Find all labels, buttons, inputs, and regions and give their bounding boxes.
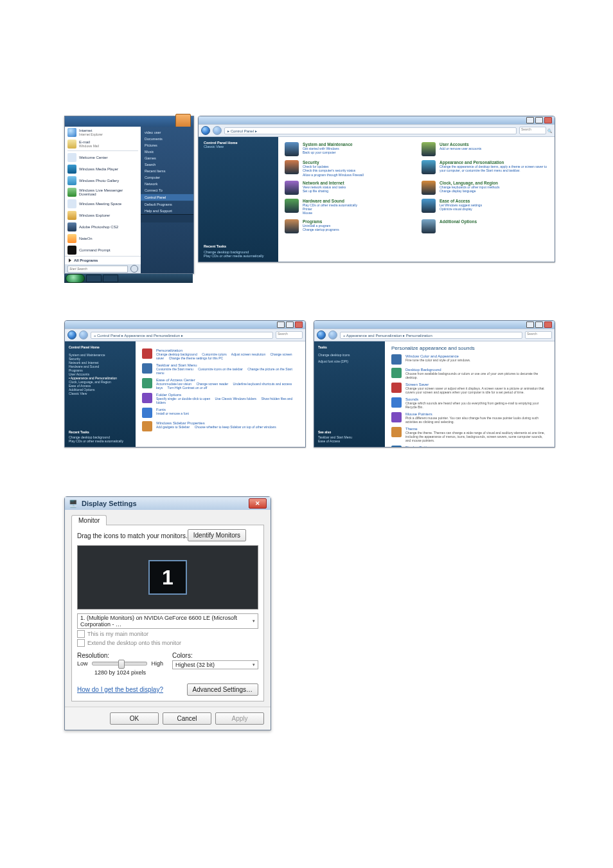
group-link[interactable]: Turn High Contrast on or off (168, 386, 208, 390)
close-button[interactable]: ✕ (249, 498, 267, 509)
category-heading[interactable]: Additional Options (440, 219, 477, 224)
right-item[interactable]: Connect To (141, 187, 193, 194)
all-programs[interactable]: All Programs (65, 256, 141, 264)
right-item[interactable]: Games (141, 155, 193, 161)
category-heading[interactable]: Security (303, 160, 364, 165)
nav-back-icon[interactable] (317, 330, 326, 339)
right-item[interactable]: Documents (141, 136, 193, 142)
recent-item[interactable]: Adobe Photoshop CS2 (65, 221, 141, 233)
search-input[interactable]: Search (525, 331, 552, 339)
right-item[interactable]: Computer (141, 174, 193, 181)
group-link[interactable]: Change the theme settings for this PC (169, 356, 224, 360)
category-heading[interactable]: Programs (303, 219, 339, 224)
nav-forward-icon[interactable] (328, 330, 337, 339)
apply-button[interactable]: Apply (215, 712, 264, 725)
category-heading[interactable]: Appearance and Personalization (440, 160, 548, 165)
category-security[interactable]: SecurityCheck for updatesCheck this comp… (285, 160, 411, 177)
minimize-button[interactable] (526, 321, 534, 328)
category-link[interactable]: Change display language (440, 189, 499, 193)
option-window-color-and-appearance[interactable]: Window Color and AppearanceFine tune the… (391, 354, 548, 365)
category-link[interactable]: Change the appearance of desktop items, … (440, 165, 548, 173)
category-link[interactable]: Optimize visual display (440, 207, 482, 211)
advanced-settings-button[interactable]: Advanced Settings… (187, 683, 258, 696)
category-link[interactable]: Back up your computer (303, 150, 353, 154)
help-link[interactable]: How do I get the best display? (77, 686, 163, 693)
pinned-internet[interactable]: InternetInternet Explorer (65, 127, 141, 138)
category-heading[interactable]: System and Maintenance (303, 142, 353, 147)
category-ease-of-access[interactable]: Ease of AccessLet Windows suggest settin… (422, 199, 548, 215)
option-desktop-background[interactable]: Desktop BackgroundChoose from available … (391, 368, 548, 379)
group-link[interactable]: Customize icons on the taskbar (198, 367, 243, 371)
right-item-control-panel[interactable]: Control Panel (141, 194, 193, 201)
group-link[interactable]: Install or remove a font (156, 411, 189, 415)
breadcrumb[interactable]: « Appearance and Personalization ▸ Perso… (340, 332, 522, 339)
category-link[interactable]: Allow a program through Windows Firewall (303, 173, 364, 177)
window-titlebar[interactable] (65, 321, 305, 329)
taskbar-app[interactable] (103, 275, 118, 282)
recent-item[interactable]: Welcome Center (65, 152, 141, 163)
task-change-desktop-icons[interactable]: Change desktop icons (318, 353, 381, 357)
category-programs[interactable]: ProgramsUninstall a programChange startu… (285, 219, 411, 233)
category-link[interactable]: Change startup programs (303, 228, 339, 231)
close-button[interactable] (544, 321, 552, 328)
right-item[interactable]: Music (141, 149, 193, 155)
minimize-button[interactable] (277, 321, 285, 328)
window-titlebar[interactable] (314, 321, 555, 329)
sidebar-home[interactable]: Control Panel Home (69, 345, 132, 349)
right-item[interactable]: Network (141, 181, 193, 187)
category-link[interactable]: Check this computer's security status (303, 168, 364, 172)
option-sounds[interactable]: SoundsChange which sounds are heard when… (391, 397, 548, 409)
category-heading[interactable]: Clock, Language, and Region (440, 181, 499, 185)
maximize-button[interactable] (535, 117, 543, 123)
category-link[interactable]: Mouse (303, 211, 357, 215)
resolution-slider[interactable]: Low High (77, 660, 163, 667)
recent-item[interactable]: Windows Meeting Space (65, 198, 141, 210)
nav-forward-icon[interactable] (213, 126, 222, 135)
recent-item[interactable]: Windows Explorer (65, 210, 141, 221)
right-item[interactable]: Recent Items (141, 168, 193, 174)
maximize-button[interactable] (535, 321, 543, 328)
identify-monitors-button[interactable]: Identify Monitors (188, 529, 246, 541)
recent-task[interactable]: Play CDs or other media automatically (69, 439, 132, 443)
slider-track[interactable] (92, 662, 148, 665)
group-link[interactable]: Choose whether to keep Sidebar on top of… (195, 425, 276, 429)
start-search-input[interactable] (67, 266, 128, 273)
option-display-settings[interactable]: Display SettingsAdjust your monitor reso… (391, 446, 548, 447)
category-heading[interactable]: User Accounts (440, 142, 481, 147)
recent-item[interactable]: Windows Live Messenger Download (65, 186, 141, 198)
option-heading[interactable]: Display Settings (405, 446, 548, 447)
option-mouse-pointers[interactable]: Mouse PointersPick a different mouse poi… (391, 412, 548, 424)
nav-back-icon[interactable] (201, 126, 210, 135)
window-titlebar[interactable] (199, 116, 555, 124)
option-screen-saver[interactable]: Screen SaverChange your screen saver or … (391, 383, 548, 394)
nav-back-icon[interactable] (67, 330, 76, 339)
monitor-1[interactable]: 1 (148, 560, 187, 595)
category-hardware-and-sound[interactable]: Hardware and SoundPlay CDs or other medi… (285, 199, 411, 215)
recent-task[interactable]: Play CDs or other media automatically (204, 254, 273, 258)
cancel-button[interactable]: Cancel (163, 712, 211, 725)
slider-thumb[interactable] (118, 660, 125, 669)
color-depth-select[interactable]: Highest (32 bit)▾ (172, 660, 258, 669)
maximize-button[interactable] (286, 321, 294, 328)
category-user-accounts[interactable]: User AccountsAdd or remove user accounts (422, 142, 548, 156)
breadcrumb[interactable]: « Control Panel ▸ Appearance and Persona… (91, 332, 273, 339)
recent-item[interactable]: Windows Media Player (65, 163, 141, 175)
option-theme[interactable]: ThemeChange the theme. Themes can change… (391, 427, 548, 442)
close-button[interactable] (544, 117, 552, 123)
minimize-button[interactable] (526, 117, 534, 123)
group-link[interactable]: Adjust screen resolution (231, 352, 265, 356)
category-link[interactable]: Set up file sharing (303, 189, 346, 193)
start-button[interactable] (66, 274, 85, 283)
recent-item[interactable]: Command Prompt (65, 244, 141, 256)
category-link[interactable]: Add or remove user accounts (440, 147, 481, 150)
classic-view-link[interactable]: Classic View (204, 145, 273, 149)
nav-forward-icon[interactable] (79, 330, 88, 339)
category-heading[interactable]: Network and Internet (303, 181, 346, 185)
right-item[interactable]: Help and Support (141, 208, 193, 214)
right-item[interactable]: Default Programs (141, 201, 193, 208)
category-network-and-internet[interactable]: Network and InternetView network status … (285, 181, 411, 195)
right-item[interactable]: Pictures (141, 142, 193, 149)
recent-item[interactable]: Windows Photo Gallery (65, 175, 141, 186)
right-item[interactable]: Search (141, 161, 193, 168)
recent-item[interactable]: NateOn (65, 233, 141, 244)
